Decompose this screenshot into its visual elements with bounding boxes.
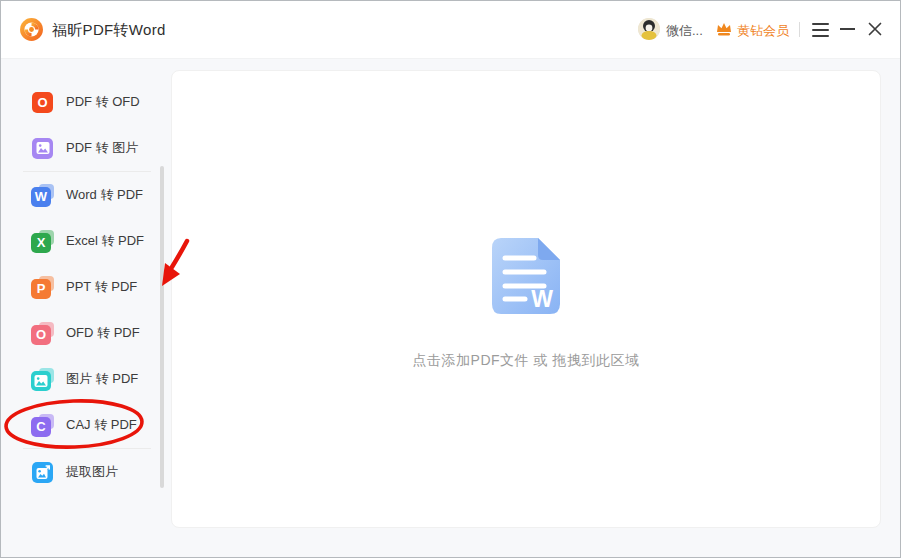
titlebar-divider [799,22,800,37]
foxit-logo-icon [19,17,44,42]
sidebar-item-label: Word 转 PDF [66,186,143,204]
excel-to-pdf-icon: X [31,230,54,253]
sidebar-item-label: CAJ 转 PDF [66,416,137,434]
sidebar-item-label: Excel 转 PDF [66,232,144,250]
pdf-to-image-icon [31,137,54,160]
crown-icon[interactable] [715,20,733,38]
close-icon[interactable] [867,21,883,37]
sidebar-item-pdf-to-image[interactable]: PDF 转 图片 [1,125,169,171]
app-title: 福昕PDF转Word [52,21,166,40]
caj-to-pdf-icon: C [31,414,54,437]
menu-icon[interactable] [812,22,830,38]
account-name-label[interactable]: 微信... [666,22,703,40]
minimize-icon[interactable] [840,28,855,30]
sidebar-item-label: PPT 转 PDF [66,278,137,296]
sidebar-item-label: OFD 转 PDF [66,324,140,342]
svg-text:W: W [531,286,553,312]
sidebar-item-caj-to-pdf[interactable]: CCAJ 转 PDF [1,402,169,448]
sidebar-item-label: 图片 转 PDF [66,370,138,388]
titlebar: 福昕PDF转Word 微信... 黄钻会员 [1,1,900,59]
ppt-to-pdf-icon: P [31,276,54,299]
word-to-pdf-icon: W [31,184,54,207]
drop-hint-text: 点击添加PDF文件 或 拖拽到此区域 [172,352,880,370]
sidebar-item-ppt-to-pdf[interactable]: PPPT 转 PDF [1,264,169,310]
sidebar-item-pdf-to-ofd[interactable]: OPDF 转 OFD [1,79,169,125]
sidebar-item-word-to-pdf[interactable]: WWord 转 PDF [1,172,169,218]
sidebar-item-excel-to-pdf[interactable]: XExcel 转 PDF [1,218,169,264]
pdf-drop-area[interactable]: W 点击添加PDF文件 或 拖拽到此区域 [171,70,881,528]
sidebar-scrollbar[interactable] [160,166,164,488]
sidebar-item-label: 提取图片 [66,463,118,481]
sidebar-item-extract-images[interactable]: 提取图片 [1,449,169,495]
account-avatar[interactable] [638,18,660,40]
app-window: 福昕PDF转Word 微信... 黄钻会员 OPDF 转 O [0,0,901,558]
sidebar-item-image-to-pdf[interactable]: 图片 转 PDF [1,356,169,402]
word-document-icon: W [491,237,561,319]
sidebar-item-ofd-to-pdf[interactable]: OOFD 转 PDF [1,310,169,356]
pdf-to-ofd-icon: O [31,91,54,114]
ofd-to-pdf-icon: O [31,322,54,345]
image-to-pdf-icon [31,368,54,391]
sidebar: OPDF 转 OFDPDF 转 图片WWord 转 PDFXExcel 转 PD… [1,59,169,495]
extract-images-icon [31,461,54,484]
sidebar-item-label: PDF 转 图片 [66,139,138,157]
vip-member-label[interactable]: 黄钻会员 [737,22,789,40]
sidebar-item-label: PDF 转 OFD [66,93,140,111]
